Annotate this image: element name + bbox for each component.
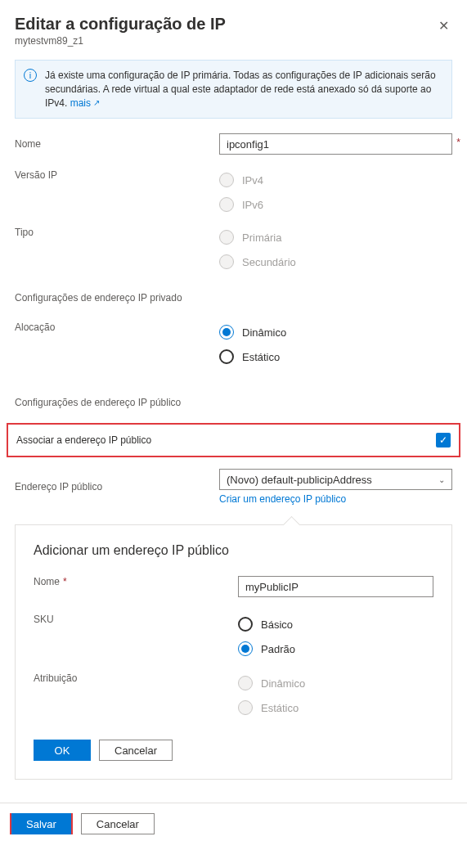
ipv4-label: IPv4 xyxy=(242,174,263,187)
radio-icon xyxy=(219,349,234,364)
check-icon: ✓ xyxy=(439,434,447,446)
public-ip-section: Configurações de endereço IP público xyxy=(15,397,452,408)
name-input[interactable] xyxy=(219,133,452,155)
associate-highlight: Associar a endereço IP público ✓ xyxy=(7,423,460,457)
radio-icon xyxy=(219,325,234,340)
radio-icon xyxy=(238,700,253,715)
callout-title: Adicionar um endereço IP público xyxy=(34,543,433,558)
allocation-dynamic-label: Dinâmico xyxy=(242,326,286,339)
type-secondary-option: Secundário xyxy=(219,254,452,269)
allocation-label: Alocação xyxy=(15,322,219,333)
allocation-static-label: Estático xyxy=(242,351,280,363)
type-primary-label: Primária xyxy=(242,232,281,244)
radio-icon xyxy=(238,676,253,690)
close-button[interactable]: ✕ xyxy=(435,15,452,37)
assignment-dynamic-label: Dinâmico xyxy=(261,677,305,690)
required-indicator: * xyxy=(456,137,460,148)
assignment-static-label: Estático xyxy=(261,702,299,714)
info-text: Já existe uma configuração de IP primári… xyxy=(45,70,436,109)
sku-label: SKU xyxy=(34,614,238,625)
type-secondary-label: Secundário xyxy=(242,256,296,268)
public-address-value: (Novo) default-publicipAddress xyxy=(227,474,372,486)
callout-name-input[interactable] xyxy=(238,576,433,597)
radio-icon xyxy=(238,641,253,656)
associate-checkbox[interactable]: ✓ xyxy=(436,433,451,447)
add-public-ip-callout: Adicionar um endereço IP público Nome* S… xyxy=(15,524,452,780)
panel-footer: Salvar Cancelar xyxy=(0,803,467,849)
ipv6-label: IPv6 xyxy=(242,199,263,211)
info-more-link[interactable]: mais ↗ xyxy=(70,97,100,110)
associate-label: Associar a endereço IP público xyxy=(16,434,151,446)
radio-icon xyxy=(219,173,234,187)
sku-standard-option[interactable]: Padrão xyxy=(238,641,433,656)
assignment-dynamic-option: Dinâmico xyxy=(238,676,433,690)
radio-icon xyxy=(238,617,253,632)
sku-basic-option[interactable]: Básico xyxy=(238,617,433,632)
type-primary-option: Primária xyxy=(219,230,452,245)
radio-icon xyxy=(219,254,234,269)
panel-subtitle: mytestvm89_z1 xyxy=(15,35,226,47)
info-banner: i Já existe uma configuração de IP primá… xyxy=(15,60,452,119)
public-address-label: Endereço IP público xyxy=(15,481,219,492)
type-label: Tipo xyxy=(15,227,219,238)
ipv4-option: IPv4 xyxy=(219,173,452,187)
info-icon: i xyxy=(24,69,37,82)
sku-standard-label: Padrão xyxy=(261,643,295,655)
assignment-static-option: Estático xyxy=(238,700,433,715)
assignment-label: Atribuição xyxy=(34,672,238,684)
save-button[interactable]: Salvar xyxy=(10,813,73,834)
callout-ok-button[interactable]: OK xyxy=(34,740,91,761)
create-public-ip-link[interactable]: Criar um endereço IP público xyxy=(219,493,346,505)
radio-icon xyxy=(219,230,234,245)
close-icon: ✕ xyxy=(438,19,449,33)
footer-cancel-button[interactable]: Cancelar xyxy=(81,813,155,834)
panel-title: Editar a configuração de IP xyxy=(15,15,226,34)
name-label: Nome xyxy=(15,138,219,150)
callout-cancel-button[interactable]: Cancelar xyxy=(99,740,173,761)
public-address-select[interactable]: (Novo) default-publicipAddress ⌄ xyxy=(219,469,452,490)
callout-name-label: Nome* xyxy=(34,576,238,587)
radio-icon xyxy=(219,197,234,212)
chevron-down-icon: ⌄ xyxy=(438,475,445,484)
allocation-static-option[interactable]: Estático xyxy=(219,349,452,364)
required-indicator: * xyxy=(63,576,67,587)
allocation-dynamic-option[interactable]: Dinâmico xyxy=(219,325,452,340)
private-ip-section: Configurações de endereço IP privado xyxy=(15,292,452,304)
external-link-icon: ↗ xyxy=(93,97,100,109)
ip-version-label: Versão IP xyxy=(15,169,219,181)
sku-basic-label: Básico xyxy=(261,618,293,631)
ipv6-option: IPv6 xyxy=(219,197,452,212)
